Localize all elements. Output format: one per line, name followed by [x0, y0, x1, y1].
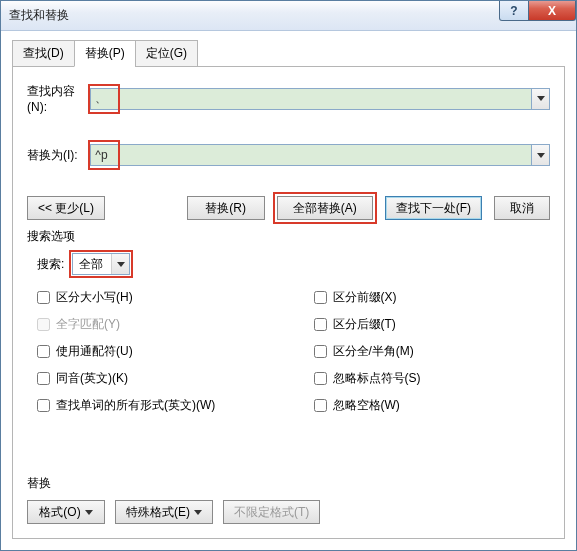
tab-goto[interactable]: 定位(G) [135, 40, 198, 67]
replace-all-button[interactable]: 全部替换(A) [277, 196, 373, 220]
find-combo[interactable] [90, 88, 550, 110]
chevron-down-icon [85, 510, 93, 515]
replace-button[interactable]: 替换(R) [187, 196, 265, 220]
button-row: << 更少(L) 替换(R) 全部替换(A) 查找下一处(F) 取消 [27, 196, 550, 220]
sounds-like-checkbox[interactable]: 同音(英文)(K) [37, 370, 274, 387]
options-col-left: 区分大小写(H) 全字匹配(Y) 使用通配符(U) 同音(英文)(K) 查找单词… [37, 289, 274, 414]
replace-dropdown-arrow[interactable] [532, 144, 550, 166]
tab-replace[interactable]: 替换(P) [74, 40, 136, 67]
tabs: 查找(D) 替换(P) 定位(G) [12, 39, 565, 67]
find-replace-dialog: 查找和替换 ? X 查找(D) 替换(P) 定位(G) 查找内容(N): [0, 0, 577, 551]
find-input[interactable] [90, 88, 532, 110]
bottom-section: 替换 格式(O) 特殊格式(E) 不限定格式(T) [27, 471, 550, 524]
window-buttons: ? X [500, 1, 576, 21]
ignore-space-checkbox[interactable]: 忽略空格(W) [314, 397, 551, 414]
replace-row: 替换为(I): [27, 144, 550, 166]
no-format-button: 不限定格式(T) [223, 500, 320, 524]
dialog-body: 查找(D) 替换(P) 定位(G) 查找内容(N): 替换为(I): [1, 31, 576, 550]
help-button[interactable]: ? [499, 1, 529, 21]
match-prefix-checkbox[interactable]: 区分前缀(X) [314, 289, 551, 306]
options-columns: 区分大小写(H) 全字匹配(Y) 使用通配符(U) 同音(英文)(K) 查找单词… [27, 289, 550, 414]
format-button[interactable]: 格式(O) [27, 500, 105, 524]
options-col-right: 区分前缀(X) 区分后缀(T) 区分全/半角(M) 忽略标点符号(S) 忽略空格… [314, 289, 551, 414]
ignore-punct-checkbox[interactable]: 忽略标点符号(S) [314, 370, 551, 387]
bottom-title: 替换 [27, 475, 550, 492]
find-label: 查找内容(N): [27, 83, 90, 114]
all-word-forms-checkbox[interactable]: 查找单词的所有形式(英文)(W) [37, 397, 274, 414]
bottom-buttons: 格式(O) 特殊格式(E) 不限定格式(T) [27, 500, 550, 524]
special-format-button[interactable]: 特殊格式(E) [115, 500, 213, 524]
whole-word-checkbox: 全字匹配(Y) [37, 316, 274, 333]
full-half-checkbox[interactable]: 区分全/半角(M) [314, 343, 551, 360]
search-direction-row: 搜索: 全部 [37, 253, 550, 275]
chevron-down-icon [537, 153, 545, 158]
tab-pane: 查找内容(N): 替换为(I): [12, 67, 565, 539]
search-direction-value: 全部 [73, 256, 111, 273]
search-direction-arrow[interactable] [111, 254, 129, 274]
find-next-button[interactable]: 查找下一处(F) [385, 196, 482, 220]
replace-label: 替换为(I): [27, 147, 90, 164]
find-row: 查找内容(N): [27, 83, 550, 114]
replace-input[interactable] [90, 144, 532, 166]
match-suffix-checkbox[interactable]: 区分后缀(T) [314, 316, 551, 333]
chevron-down-icon [537, 96, 545, 101]
search-label: 搜索: [37, 256, 64, 273]
tab-find[interactable]: 查找(D) [12, 40, 75, 67]
match-case-checkbox[interactable]: 区分大小写(H) [37, 289, 274, 306]
replace-combo[interactable] [90, 144, 550, 166]
chevron-down-icon [117, 262, 125, 267]
window-title: 查找和替换 [9, 7, 69, 24]
search-direction-select[interactable]: 全部 [72, 253, 130, 275]
chevron-down-icon [194, 510, 202, 515]
close-button[interactable]: X [528, 1, 576, 21]
wildcards-checkbox[interactable]: 使用通配符(U) [37, 343, 274, 360]
search-options-title: 搜索选项 [27, 228, 550, 245]
titlebar: 查找和替换 ? X [1, 1, 576, 31]
find-dropdown-arrow[interactable] [532, 88, 550, 110]
cancel-button[interactable]: 取消 [494, 196, 550, 220]
less-button[interactable]: << 更少(L) [27, 196, 105, 220]
